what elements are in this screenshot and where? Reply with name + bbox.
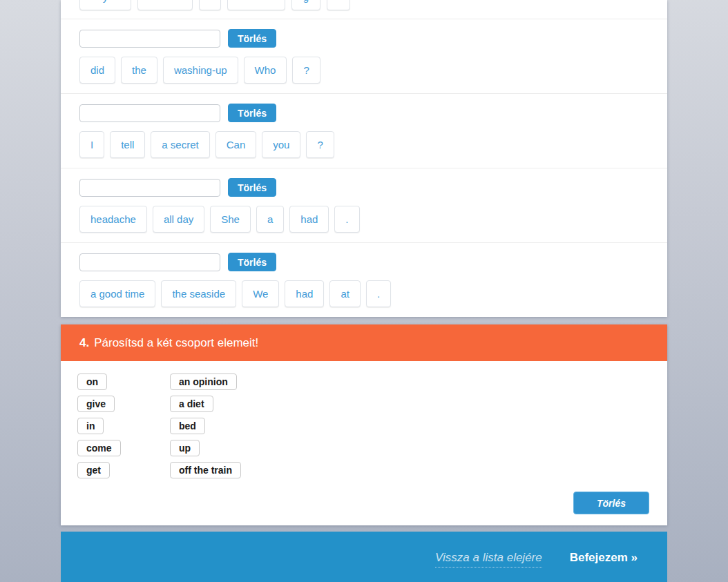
answer-input[interactable]	[79, 30, 220, 48]
footer: Vissza a lista elejére Befejezem »	[61, 532, 667, 582]
matching-rows: onan opiniongivea dietinbedcomeupgetoff …	[77, 374, 649, 478]
matching-left-cell: on	[77, 374, 170, 390]
matching-left-cell: get	[77, 462, 170, 478]
answer-row: Törlés	[79, 178, 649, 197]
clear-button[interactable]: Törlés	[228, 253, 276, 271]
matching-exercise-header: 4. Párosítsd a két csoport elemeit!	[61, 324, 667, 361]
matching-row: comeup	[77, 440, 649, 456]
word-chip[interactable]: .	[366, 280, 391, 307]
sentence-exercise-list: Törlésdidthewashing-upWho?TörlésItella s…	[61, 19, 667, 317]
answer-row: Törlés	[79, 29, 649, 48]
page-content: yg Törlésdidthewashing-upWho?TörlésItell…	[61, 0, 667, 582]
match-word-chip[interactable]: in	[77, 418, 104, 434]
word-chip[interactable]: headache	[79, 206, 147, 233]
match-word-chip[interactable]: give	[77, 396, 115, 412]
clear-button[interactable]: Törlés	[228, 178, 276, 197]
match-word-chip[interactable]: bed	[170, 418, 205, 434]
answer-row: Törlés	[79, 253, 649, 271]
word-chip[interactable]: I	[79, 131, 104, 158]
back-to-top-link[interactable]: Vissza a lista elejére	[435, 551, 542, 568]
matching-left-cell: give	[77, 396, 170, 412]
match-word-chip[interactable]: a diet	[170, 396, 213, 412]
matching-row: givea diet	[77, 396, 649, 412]
answer-input[interactable]	[79, 253, 220, 271]
matching-row: inbed	[77, 418, 649, 434]
word-chip[interactable]: We	[242, 280, 279, 307]
word-chip[interactable]: had	[289, 206, 329, 233]
answer-input[interactable]	[79, 104, 220, 122]
word-chip[interactable]: ?	[292, 57, 320, 84]
word-chip[interactable]: a good time	[79, 280, 155, 307]
word-chip[interactable]: a	[256, 206, 284, 233]
word-chip[interactable]	[227, 0, 285, 10]
matching-left-cell: in	[77, 418, 170, 434]
clear-button[interactable]: Törlés	[228, 29, 276, 48]
sentence-exercise-card: yg Törlésdidthewashing-upWho?TörlésItell…	[61, 0, 667, 317]
word-chip[interactable]: ?	[306, 131, 334, 158]
word-chip[interactable]: Who	[244, 57, 287, 84]
word-chip[interactable]	[137, 0, 193, 10]
clear-button[interactable]: Törlés	[573, 492, 649, 514]
match-word-chip[interactable]: off the train	[170, 462, 241, 478]
word-chip-row: didthewashing-upWho?	[79, 57, 649, 84]
word-chip[interactable]	[199, 0, 221, 10]
partial-word-row: yg	[61, 0, 667, 19]
exercise-number: 4.	[79, 336, 89, 350]
word-chip[interactable]	[327, 0, 350, 10]
word-chip[interactable]: had	[285, 280, 324, 307]
matching-actions: Törlés	[77, 492, 649, 514]
word-chip[interactable]: at	[329, 280, 361, 307]
sentence-exercise: Törlésa good timethe seasideWehadat.	[61, 242, 667, 317]
answer-input[interactable]	[79, 179, 220, 197]
word-chip[interactable]: all day	[153, 206, 204, 233]
word-chip[interactable]: washing-up	[163, 57, 238, 84]
word-chip[interactable]: the seaside	[161, 280, 236, 307]
match-word-chip[interactable]: on	[77, 374, 107, 390]
word-chip-row: headacheall daySheahad.	[79, 206, 649, 233]
exercise-title: Párosítsd a két csoport elemeit!	[94, 336, 258, 350]
word-chip[interactable]: tell	[110, 131, 145, 158]
sentence-exercise: Törlésheadacheall daySheahad.	[61, 168, 667, 242]
match-word-chip[interactable]: an opinion	[170, 374, 237, 390]
word-chip[interactable]: the	[121, 57, 157, 84]
word-chip[interactable]: She	[210, 206, 251, 233]
match-word-chip[interactable]: get	[77, 462, 110, 478]
sentence-exercise: Törlésdidthewashing-upWho?	[61, 19, 667, 93]
matching-row: getoff the train	[77, 462, 649, 478]
matching-row: onan opinion	[77, 374, 649, 390]
match-word-chip[interactable]: up	[170, 440, 200, 456]
matching-left-cell: come	[77, 440, 170, 456]
matching-exercise-card: 4. Párosítsd a két csoport elemeit! onan…	[61, 324, 667, 525]
word-chip[interactable]: did	[79, 57, 115, 84]
word-chip[interactable]: a secret	[151, 131, 209, 158]
clear-button[interactable]: Törlés	[228, 104, 276, 122]
word-chip[interactable]: g	[291, 0, 320, 10]
word-chip-row: a good timethe seasideWehadat.	[79, 280, 649, 307]
match-word-chip[interactable]: come	[77, 440, 121, 456]
finish-button[interactable]: Befejezem »	[570, 551, 638, 565]
word-chip[interactable]: Can	[215, 131, 257, 158]
word-chip[interactable]: y	[79, 0, 131, 10]
matching-exercise-body: onan opiniongivea dietinbedcomeupgetoff …	[61, 361, 667, 525]
sentence-exercise: TörlésItella secretCanyou?	[61, 93, 667, 168]
word-chip[interactable]: .	[334, 206, 359, 233]
answer-row: Törlés	[79, 104, 649, 122]
word-chip-row: Itella secretCanyou?	[79, 131, 649, 158]
word-chip[interactable]: you	[262, 131, 300, 158]
